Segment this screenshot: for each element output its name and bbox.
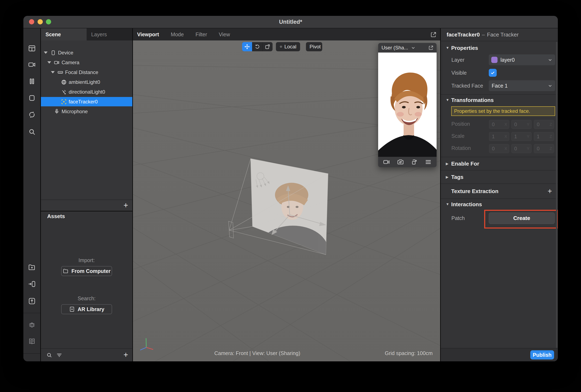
pause-icon[interactable] xyxy=(27,76,37,86)
visible-checkbox[interactable] xyxy=(489,69,497,77)
section-properties[interactable]: ▼ Properties xyxy=(441,42,558,53)
visible-row: Visible xyxy=(441,66,558,79)
camera-icon xyxy=(53,59,60,66)
rotation-x-field[interactable]: 0X xyxy=(489,144,509,153)
sync-icon[interactable] xyxy=(27,110,37,119)
send-to-device-icon[interactable] xyxy=(27,279,37,289)
tree-item-label: directionalLight0 xyxy=(69,89,105,95)
tab-layers[interactable]: Layers xyxy=(86,28,132,40)
scale-y-field[interactable]: 1Y xyxy=(511,132,532,141)
import-label: Import: xyxy=(41,257,132,263)
collapse-arrow-icon[interactable]: ▼ xyxy=(446,202,451,206)
collapse-arrow-icon[interactable] xyxy=(47,61,51,64)
tree-item-directionallight0[interactable]: directionalLight0 xyxy=(41,87,132,96)
publish-button[interactable]: Publish xyxy=(530,350,554,360)
collapse-arrow-icon[interactable]: ▼ xyxy=(446,98,451,102)
ar-library-button[interactable]: AR Library xyxy=(61,304,112,314)
rotation-z-field[interactable]: 0Z xyxy=(534,144,554,153)
layout-icon[interactable] xyxy=(27,43,37,53)
tree-item-ambientlight0[interactable]: ambientLight0 xyxy=(41,77,132,87)
tree-item-label: Microphone xyxy=(62,109,88,114)
tab-scene[interactable]: Scene xyxy=(41,28,86,40)
add-asset-folder-icon[interactable] xyxy=(27,263,37,272)
header-separator: – xyxy=(482,31,485,38)
position-z-field[interactable]: 0Z xyxy=(534,120,554,129)
menu-mode[interactable]: Mode xyxy=(171,31,184,37)
add-texture-extraction-button[interactable]: + xyxy=(548,187,552,196)
scene-layers-tabs: Scene Layers xyxy=(41,28,132,40)
title-bar[interactable]: Untitled* xyxy=(23,16,558,28)
scale-z-field[interactable]: 1Z xyxy=(534,132,554,141)
preview-source-dropdown[interactable]: User (Sha... xyxy=(382,45,408,51)
selected-object-type: Face Tracker xyxy=(487,31,519,38)
position-row: Position 0X 0Y 0Z xyxy=(441,118,558,130)
docs-icon[interactable] xyxy=(27,337,37,346)
inspector-footer: Publish xyxy=(441,348,558,361)
pivot-button[interactable]: Pivot xyxy=(306,42,322,51)
add-object-button[interactable]: + xyxy=(124,201,128,209)
search-assets-icon[interactable] xyxy=(45,351,54,360)
tracked-face-row: Tracked Face Face 1 xyxy=(441,79,558,92)
video-camera-icon[interactable] xyxy=(27,60,37,69)
filter-assets-icon[interactable] xyxy=(55,351,64,360)
tree-item-label: faceTracker0 xyxy=(69,99,98,105)
create-patch-button[interactable]: Create xyxy=(489,212,555,224)
folder-icon xyxy=(62,268,69,274)
preview-header: User (Sha... xyxy=(378,43,436,52)
section-interactions[interactable]: ▼ Interactions xyxy=(441,199,558,210)
pop-out-viewport-icon[interactable] xyxy=(430,31,437,38)
selected-object-name: faceTracker0 xyxy=(446,31,480,38)
chevron-down-icon[interactable] xyxy=(411,45,416,50)
scale-x-field[interactable]: 1X xyxy=(489,132,509,141)
rotation-row: Rotation 0X 0Y 0Z xyxy=(441,142,558,154)
tree-item-device[interactable]: Device xyxy=(41,48,132,57)
video-camera-icon[interactable] xyxy=(383,158,390,166)
menu-icon[interactable] xyxy=(424,158,432,166)
layer-dropdown[interactable]: layer0 xyxy=(489,54,555,65)
collapse-arrow-icon[interactable]: ▼ xyxy=(446,46,451,50)
rotate-tool-button[interactable] xyxy=(252,42,262,51)
bug-icon[interactable] xyxy=(27,320,37,330)
tree-item-camera[interactable]: Camera xyxy=(41,58,132,67)
scale-icon xyxy=(264,44,270,50)
menu-filter[interactable]: Filter xyxy=(196,31,207,37)
inspector-panel: faceTracker0 – Face Tracker ▼ Properties… xyxy=(441,28,558,361)
assets-panel-footer: + xyxy=(41,348,132,361)
scene-panel-footer: + xyxy=(41,200,132,211)
rotation-y-field[interactable]: 0Y xyxy=(511,144,532,153)
rotate-device-icon[interactable] xyxy=(410,158,418,166)
search-icon[interactable] xyxy=(27,127,37,137)
export-icon[interactable] xyxy=(27,296,37,306)
tree-item-facetracker0[interactable]: faceTracker0 xyxy=(41,97,132,106)
move-tool-button[interactable] xyxy=(242,42,252,51)
section-transformations[interactable]: ▼ Transformations xyxy=(441,95,558,105)
position-x-field[interactable]: 0X xyxy=(489,120,509,129)
face-tracker-icon xyxy=(60,99,68,105)
expand-arrow-icon[interactable]: ▶ xyxy=(446,175,451,179)
add-asset-button[interactable]: + xyxy=(124,351,128,359)
settings-gear-icon[interactable] xyxy=(27,361,37,361)
section-tags[interactable]: ▶ Tags xyxy=(441,171,558,183)
menu-view[interactable]: View xyxy=(219,31,230,37)
switch-camera-icon[interactable] xyxy=(397,158,404,166)
app-window: Untitled* xyxy=(23,16,558,361)
expand-arrow-icon[interactable]: ▶ xyxy=(446,162,451,166)
tree-item-focal-distance[interactable]: Focal Distance xyxy=(41,67,132,77)
viewport-area[interactable]: Viewport Mode Filter View xyxy=(133,28,440,361)
camera-feed-image xyxy=(378,52,436,157)
scale-tool-button[interactable] xyxy=(262,42,272,51)
inspector-empty-space xyxy=(441,230,558,348)
from-computer-button[interactable]: From Computer xyxy=(61,266,112,276)
pop-out-preview-icon[interactable] xyxy=(428,45,434,50)
tree-item-microphone[interactable]: Microphone xyxy=(41,107,132,116)
collapse-arrow-icon[interactable] xyxy=(51,71,55,73)
collapse-arrow-icon[interactable] xyxy=(44,51,48,54)
inspector-scrollbar[interactable] xyxy=(556,42,558,348)
tab-viewport[interactable]: Viewport xyxy=(137,31,159,37)
position-y-field[interactable]: 0Y xyxy=(511,120,532,129)
device-icon[interactable] xyxy=(27,93,37,103)
preview-controls xyxy=(378,157,436,167)
section-enable-for[interactable]: ▶ Enable For xyxy=(441,157,558,170)
local-space-button[interactable]: Local xyxy=(276,42,300,51)
tracked-face-dropdown[interactable]: Face 1 xyxy=(489,80,555,91)
